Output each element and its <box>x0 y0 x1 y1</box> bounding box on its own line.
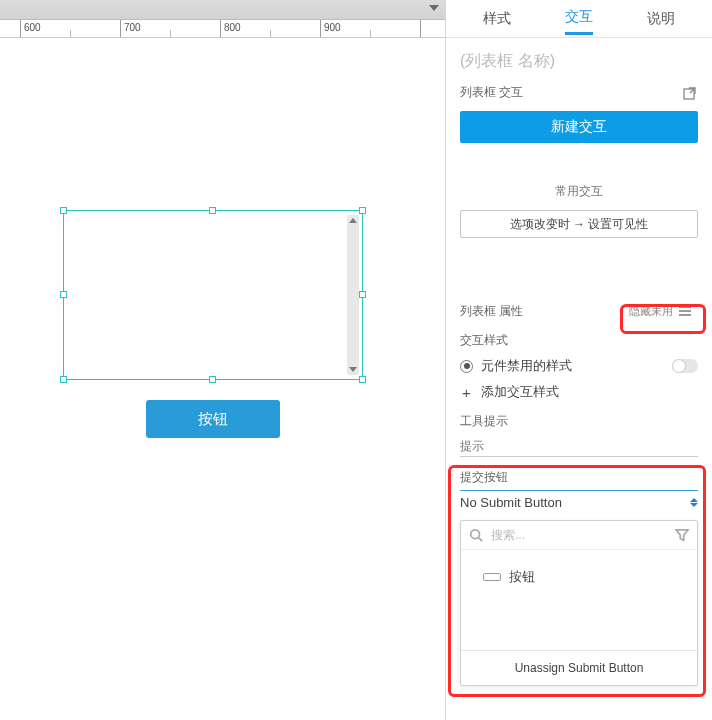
resize-handle[interactable] <box>209 207 216 214</box>
disabled-style-toggle[interactable] <box>672 359 698 373</box>
inspector-tabs: 样式 交互 说明 <box>446 0 712 38</box>
button-glyph-icon <box>483 573 501 581</box>
hide-unused-label: 隐藏未用 <box>629 304 673 319</box>
canvas-area[interactable]: 600 700 800 900 按钮 <box>0 0 445 720</box>
tab-interaction[interactable]: 交互 <box>565 2 593 35</box>
scroll-up-icon[interactable] <box>349 218 357 223</box>
tooltip-title: 工具提示 <box>446 405 712 434</box>
ruler-mark: 800 <box>220 20 221 38</box>
submit-title: 提交按钮 <box>460 469 698 486</box>
canvas-toolbar <box>0 0 445 20</box>
submit-button-section: 提交按钮 No Submit Button 按钮 <box>446 457 712 686</box>
design-stage[interactable]: 按钮 <box>0 38 445 720</box>
scroll-down-icon[interactable] <box>349 367 357 372</box>
submit-option-label: 按钮 <box>509 568 535 586</box>
widget-name-section <box>446 38 712 84</box>
submit-selected[interactable]: No Submit Button <box>460 490 698 516</box>
svg-point-1 <box>471 530 480 539</box>
disabled-style-row[interactable]: 元件禁用的样式 <box>446 353 712 379</box>
new-interaction-label: 新建交互 <box>551 118 607 136</box>
unassign-label: Unassign Submit Button <box>515 661 644 675</box>
interactions-section: 列表框 交互 新建交互 常用交互 选项改变时 → 设置可见性 <box>446 84 712 248</box>
ruler-mark: 900 <box>320 20 321 38</box>
ruler-mark: 700 <box>120 20 121 38</box>
common-interaction-button[interactable]: 选项改变时 → 设置可见性 <box>460 210 698 238</box>
resize-handle[interactable] <box>359 291 366 298</box>
resize-handle[interactable] <box>359 376 366 383</box>
submit-search-input[interactable] <box>489 527 669 543</box>
widget-name-input[interactable] <box>460 48 698 74</box>
resize-handle[interactable] <box>359 207 366 214</box>
tab-notes[interactable]: 说明 <box>647 4 675 34</box>
add-interaction-style[interactable]: + 添加交互样式 <box>446 379 712 405</box>
common-interactions-label: 常用交互 <box>460 183 698 200</box>
disabled-style-label: 元件禁用的样式 <box>481 357 664 375</box>
hide-unused-toggle[interactable]: 隐藏未用 <box>622 301 698 322</box>
properties-title: 列表框 属性 <box>460 303 523 320</box>
resize-handle[interactable] <box>60 291 67 298</box>
menu-icon <box>679 306 691 316</box>
common-interaction-text: 选项改变时 → 设置可见性 <box>510 216 649 233</box>
inspector-panel: 样式 交互 说明 列表框 交互 新建交互 常用交互 选项改变时 → 设置可见性 … <box>445 0 712 720</box>
tooltip-input[interactable] <box>460 436 698 457</box>
submit-option[interactable]: 按钮 <box>469 564 689 590</box>
submit-selected-label: No Submit Button <box>460 495 562 510</box>
button-widget-label: 按钮 <box>198 410 228 429</box>
submit-dropdown[interactable]: No Submit Button 按钮 Unassign Submit Butt… <box>460 490 698 686</box>
unassign-submit-button[interactable]: Unassign Submit Button <box>461 650 697 685</box>
resize-handle[interactable] <box>60 376 67 383</box>
submit-dropdown-popup: 按钮 Unassign Submit Button <box>460 520 698 686</box>
filter-icon[interactable] <box>675 528 689 542</box>
interactions-title: 列表框 交互 <box>460 84 523 101</box>
properties-header: 列表框 属性 隐藏未用 <box>446 298 712 324</box>
popout-icon[interactable] <box>682 85 698 101</box>
resize-handle[interactable] <box>209 376 216 383</box>
tab-style[interactable]: 样式 <box>483 4 511 34</box>
interaction-styles-title: 交互样式 <box>446 324 712 353</box>
new-interaction-button[interactable]: 新建交互 <box>460 111 698 143</box>
ruler-horizontal: 600 700 800 900 <box>0 20 445 38</box>
ruler-mark: 600 <box>20 20 21 38</box>
chevron-updown-icon <box>690 498 698 507</box>
submit-options-list: 按钮 <box>461 550 697 650</box>
listbox-widget[interactable] <box>63 210 363 380</box>
search-icon <box>469 528 483 542</box>
radio-icon <box>460 360 473 373</box>
toolbar-dropdown-arrow[interactable] <box>429 5 439 11</box>
listbox-scrollbar[interactable] <box>347 215 359 375</box>
button-widget[interactable]: 按钮 <box>146 400 280 438</box>
add-style-label: 添加交互样式 <box>481 383 559 401</box>
plus-icon: + <box>460 384 473 401</box>
submit-search-row <box>461 521 697 550</box>
resize-handle[interactable] <box>60 207 67 214</box>
